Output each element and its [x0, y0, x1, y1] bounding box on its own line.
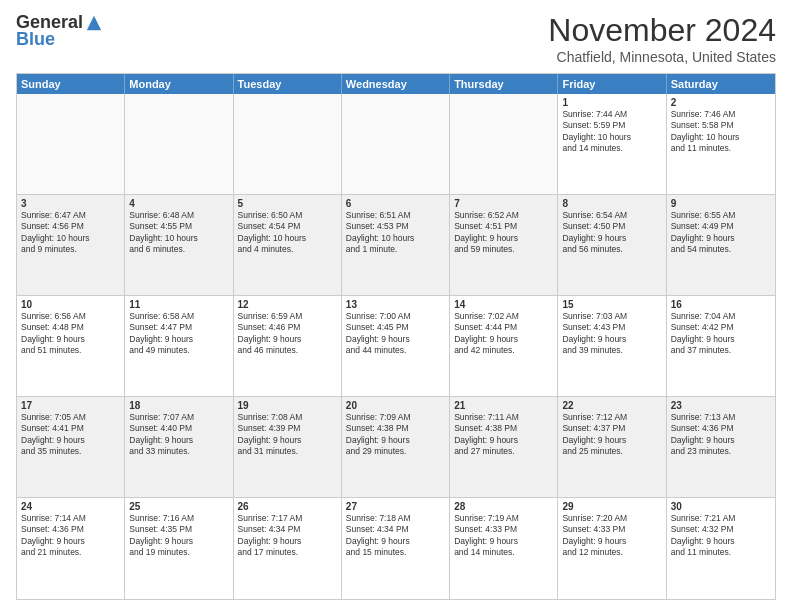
- day-info: Sunrise: 7:07 AM Sunset: 4:40 PM Dayligh…: [129, 412, 228, 458]
- logo-icon: [85, 14, 103, 32]
- day-number: 29: [562, 501, 661, 512]
- day-number: 20: [346, 400, 445, 411]
- calendar-cell: 21Sunrise: 7:11 AM Sunset: 4:38 PM Dayli…: [450, 397, 558, 497]
- day-info: Sunrise: 6:56 AM Sunset: 4:48 PM Dayligh…: [21, 311, 120, 357]
- day-info: Sunrise: 7:18 AM Sunset: 4:34 PM Dayligh…: [346, 513, 445, 559]
- day-info: Sunrise: 7:14 AM Sunset: 4:36 PM Dayligh…: [21, 513, 120, 559]
- calendar-cell: 12Sunrise: 6:59 AM Sunset: 4:46 PM Dayli…: [234, 296, 342, 396]
- day-info: Sunrise: 7:44 AM Sunset: 5:59 PM Dayligh…: [562, 109, 661, 155]
- day-info: Sunrise: 6:47 AM Sunset: 4:56 PM Dayligh…: [21, 210, 120, 256]
- calendar-row: 17Sunrise: 7:05 AM Sunset: 4:41 PM Dayli…: [17, 397, 775, 498]
- day-number: 6: [346, 198, 445, 209]
- calendar-row: 10Sunrise: 6:56 AM Sunset: 4:48 PM Dayli…: [17, 296, 775, 397]
- page: General Blue November 2024 Chatfield, Mi…: [0, 0, 792, 612]
- day-number: 1: [562, 97, 661, 108]
- calendar-cell: 27Sunrise: 7:18 AM Sunset: 4:34 PM Dayli…: [342, 498, 450, 599]
- day-number: 16: [671, 299, 771, 310]
- location: Chatfield, Minnesota, United States: [548, 49, 776, 65]
- day-number: 28: [454, 501, 553, 512]
- calendar-cell: 4Sunrise: 6:48 AM Sunset: 4:55 PM Daylig…: [125, 195, 233, 295]
- calendar-row: 3Sunrise: 6:47 AM Sunset: 4:56 PM Daylig…: [17, 195, 775, 296]
- day-number: 5: [238, 198, 337, 209]
- day-number: 9: [671, 198, 771, 209]
- calendar-cell: [125, 94, 233, 194]
- day-info: Sunrise: 7:12 AM Sunset: 4:37 PM Dayligh…: [562, 412, 661, 458]
- day-number: 27: [346, 501, 445, 512]
- calendar-cell: [342, 94, 450, 194]
- svg-marker-0: [87, 15, 101, 29]
- day-info: Sunrise: 7:17 AM Sunset: 4:34 PM Dayligh…: [238, 513, 337, 559]
- day-info: Sunrise: 6:51 AM Sunset: 4:53 PM Dayligh…: [346, 210, 445, 256]
- calendar-cell: 11Sunrise: 6:58 AM Sunset: 4:47 PM Dayli…: [125, 296, 233, 396]
- title-block: November 2024 Chatfield, Minnesota, Unit…: [548, 12, 776, 65]
- day-info: Sunrise: 6:58 AM Sunset: 4:47 PM Dayligh…: [129, 311, 228, 357]
- calendar: SundayMondayTuesdayWednesdayThursdayFrid…: [16, 73, 776, 600]
- calendar-cell: 23Sunrise: 7:13 AM Sunset: 4:36 PM Dayli…: [667, 397, 775, 497]
- calendar-cell: 14Sunrise: 7:02 AM Sunset: 4:44 PM Dayli…: [450, 296, 558, 396]
- calendar-cell: 26Sunrise: 7:17 AM Sunset: 4:34 PM Dayli…: [234, 498, 342, 599]
- day-info: Sunrise: 7:03 AM Sunset: 4:43 PM Dayligh…: [562, 311, 661, 357]
- header-cell-sunday: Sunday: [17, 74, 125, 94]
- day-info: Sunrise: 7:00 AM Sunset: 4:45 PM Dayligh…: [346, 311, 445, 357]
- calendar-cell: 3Sunrise: 6:47 AM Sunset: 4:56 PM Daylig…: [17, 195, 125, 295]
- day-number: 21: [454, 400, 553, 411]
- day-info: Sunrise: 6:48 AM Sunset: 4:55 PM Dayligh…: [129, 210, 228, 256]
- logo: General Blue: [16, 12, 103, 50]
- day-number: 10: [21, 299, 120, 310]
- day-info: Sunrise: 7:09 AM Sunset: 4:38 PM Dayligh…: [346, 412, 445, 458]
- day-info: Sunrise: 7:19 AM Sunset: 4:33 PM Dayligh…: [454, 513, 553, 559]
- calendar-body: 1Sunrise: 7:44 AM Sunset: 5:59 PM Daylig…: [17, 94, 775, 599]
- day-number: 4: [129, 198, 228, 209]
- header-cell-thursday: Thursday: [450, 74, 558, 94]
- day-number: 23: [671, 400, 771, 411]
- day-info: Sunrise: 7:04 AM Sunset: 4:42 PM Dayligh…: [671, 311, 771, 357]
- day-info: Sunrise: 7:02 AM Sunset: 4:44 PM Dayligh…: [454, 311, 553, 357]
- day-info: Sunrise: 7:05 AM Sunset: 4:41 PM Dayligh…: [21, 412, 120, 458]
- header-cell-wednesday: Wednesday: [342, 74, 450, 94]
- header-cell-saturday: Saturday: [667, 74, 775, 94]
- calendar-cell: 24Sunrise: 7:14 AM Sunset: 4:36 PM Dayli…: [17, 498, 125, 599]
- calendar-cell: 9Sunrise: 6:55 AM Sunset: 4:49 PM Daylig…: [667, 195, 775, 295]
- day-info: Sunrise: 7:21 AM Sunset: 4:32 PM Dayligh…: [671, 513, 771, 559]
- calendar-cell: [450, 94, 558, 194]
- day-info: Sunrise: 7:46 AM Sunset: 5:58 PM Dayligh…: [671, 109, 771, 155]
- calendar-cell: 8Sunrise: 6:54 AM Sunset: 4:50 PM Daylig…: [558, 195, 666, 295]
- calendar-cell: 6Sunrise: 6:51 AM Sunset: 4:53 PM Daylig…: [342, 195, 450, 295]
- calendar-cell: 17Sunrise: 7:05 AM Sunset: 4:41 PM Dayli…: [17, 397, 125, 497]
- calendar-cell: 18Sunrise: 7:07 AM Sunset: 4:40 PM Dayli…: [125, 397, 233, 497]
- calendar-cell: 10Sunrise: 6:56 AM Sunset: 4:48 PM Dayli…: [17, 296, 125, 396]
- day-number: 26: [238, 501, 337, 512]
- day-info: Sunrise: 6:59 AM Sunset: 4:46 PM Dayligh…: [238, 311, 337, 357]
- calendar-cell: [17, 94, 125, 194]
- month-title: November 2024: [548, 12, 776, 49]
- day-number: 15: [562, 299, 661, 310]
- day-number: 25: [129, 501, 228, 512]
- calendar-cell: 7Sunrise: 6:52 AM Sunset: 4:51 PM Daylig…: [450, 195, 558, 295]
- day-number: 11: [129, 299, 228, 310]
- day-number: 14: [454, 299, 553, 310]
- day-number: 30: [671, 501, 771, 512]
- calendar-cell: 30Sunrise: 7:21 AM Sunset: 4:32 PM Dayli…: [667, 498, 775, 599]
- calendar-row: 1Sunrise: 7:44 AM Sunset: 5:59 PM Daylig…: [17, 94, 775, 195]
- calendar-row: 24Sunrise: 7:14 AM Sunset: 4:36 PM Dayli…: [17, 498, 775, 599]
- calendar-cell: 5Sunrise: 6:50 AM Sunset: 4:54 PM Daylig…: [234, 195, 342, 295]
- calendar-cell: 25Sunrise: 7:16 AM Sunset: 4:35 PM Dayli…: [125, 498, 233, 599]
- day-number: 12: [238, 299, 337, 310]
- day-number: 7: [454, 198, 553, 209]
- day-info: Sunrise: 7:11 AM Sunset: 4:38 PM Dayligh…: [454, 412, 553, 458]
- day-number: 19: [238, 400, 337, 411]
- calendar-cell: 22Sunrise: 7:12 AM Sunset: 4:37 PM Dayli…: [558, 397, 666, 497]
- day-info: Sunrise: 7:20 AM Sunset: 4:33 PM Dayligh…: [562, 513, 661, 559]
- day-number: 17: [21, 400, 120, 411]
- calendar-cell: [234, 94, 342, 194]
- day-info: Sunrise: 6:50 AM Sunset: 4:54 PM Dayligh…: [238, 210, 337, 256]
- day-number: 2: [671, 97, 771, 108]
- day-number: 8: [562, 198, 661, 209]
- day-info: Sunrise: 7:13 AM Sunset: 4:36 PM Dayligh…: [671, 412, 771, 458]
- day-info: Sunrise: 7:16 AM Sunset: 4:35 PM Dayligh…: [129, 513, 228, 559]
- calendar-cell: 20Sunrise: 7:09 AM Sunset: 4:38 PM Dayli…: [342, 397, 450, 497]
- header-cell-tuesday: Tuesday: [234, 74, 342, 94]
- day-info: Sunrise: 6:52 AM Sunset: 4:51 PM Dayligh…: [454, 210, 553, 256]
- day-number: 24: [21, 501, 120, 512]
- day-info: Sunrise: 7:08 AM Sunset: 4:39 PM Dayligh…: [238, 412, 337, 458]
